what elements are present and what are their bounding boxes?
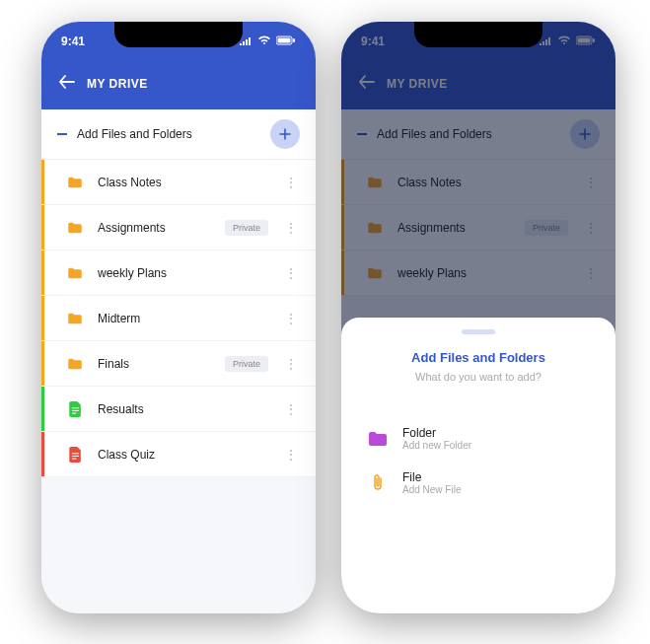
svg-rect-2 [293, 38, 295, 42]
item-label: Class Notes [98, 176, 268, 189]
collapse-icon [57, 133, 67, 135]
color-stripe [41, 205, 44, 250]
phone-screen-list: 9:41 MY DRIVE [41, 22, 316, 613]
more-icon[interactable]: ⋮ [280, 311, 302, 326]
item-label: Finals [98, 357, 213, 371]
back-icon[interactable] [59, 75, 75, 92]
sheet-title: Add Files and Folders [363, 350, 594, 365]
more-icon[interactable]: ⋮ [280, 356, 302, 372]
folder-icon [64, 313, 86, 324]
svg-rect-8 [71, 458, 75, 459]
svg-rect-1 [278, 38, 291, 43]
option-subtitle: Add New File [402, 484, 461, 495]
sheet-subtitle: What do you want to add? [363, 371, 594, 383]
option-file[interactable]: File Add New File [363, 461, 594, 505]
bottom-sheet: Add Files and Folders What do you want t… [341, 318, 615, 613]
color-stripe [41, 432, 44, 476]
folder-icon [64, 222, 86, 234]
add-files-row[interactable]: Add Files and Folders [41, 109, 316, 160]
svg-rect-7 [71, 455, 78, 456]
device-notch [114, 22, 243, 47]
more-icon[interactable]: ⋮ [280, 447, 302, 463]
more-icon[interactable]: ⋮ [280, 401, 302, 417]
item-label: Class Quiz [98, 448, 268, 462]
item-label: Midterm [98, 312, 268, 325]
option-folder[interactable]: Folder Add new Folder [363, 416, 594, 461]
svg-rect-4 [71, 409, 78, 410]
battery-icon [276, 35, 296, 48]
more-icon[interactable]: ⋮ [280, 265, 302, 281]
color-stripe [41, 387, 44, 431]
list-item[interactable]: AssignmentsPrivate⋮ [41, 205, 316, 250]
svg-rect-5 [71, 412, 75, 413]
color-stripe [41, 341, 44, 386]
item-label: weekly Plans [98, 266, 268, 280]
add-button[interactable] [270, 119, 300, 149]
attachment-icon [367, 472, 389, 494]
list-item[interactable]: FinalsPrivate⋮ [41, 341, 316, 387]
drive-list: Class Notes⋮AssignmentsPrivate⋮weekly Pl… [41, 160, 316, 477]
folder-icon [64, 358, 86, 370]
item-label: Resualts [98, 402, 268, 416]
option-title: Folder [402, 426, 471, 440]
list-item[interactable]: weekly Plans⋮ [41, 250, 316, 296]
file-icon [64, 401, 86, 417]
sheet-handle[interactable] [462, 329, 495, 334]
more-icon[interactable]: ⋮ [280, 220, 302, 236]
file-icon [64, 447, 86, 463]
item-label: Assignments [98, 221, 213, 235]
folder-icon [64, 177, 86, 188]
plus-icon [279, 128, 291, 140]
phone-screen-sheet: 9:41 MY DRIVE [341, 22, 615, 613]
svg-rect-6 [71, 453, 78, 454]
color-stripe [41, 250, 44, 295]
privacy-badge: Private [225, 220, 268, 236]
list-item[interactable]: Class Notes⋮ [41, 160, 316, 205]
folder-icon [367, 428, 389, 450]
privacy-badge: Private [225, 356, 268, 372]
more-icon[interactable]: ⋮ [280, 175, 302, 190]
svg-rect-3 [71, 407, 78, 408]
device-notch [414, 22, 542, 47]
status-time: 9:41 [61, 35, 85, 48]
add-files-label: Add Files and Folders [77, 127, 260, 141]
option-title: File [402, 470, 461, 484]
folder-icon [64, 267, 86, 279]
list-item[interactable]: Midterm⋮ [41, 296, 316, 341]
wifi-icon [257, 35, 271, 48]
color-stripe [41, 160, 44, 204]
option-subtitle: Add new Folder [402, 440, 471, 451]
list-item[interactable]: Resualts⋮ [41, 387, 316, 432]
list-item[interactable]: Class Quiz⋮ [41, 432, 316, 477]
color-stripe [41, 296, 44, 340]
page-title: MY DRIVE [87, 77, 148, 91]
